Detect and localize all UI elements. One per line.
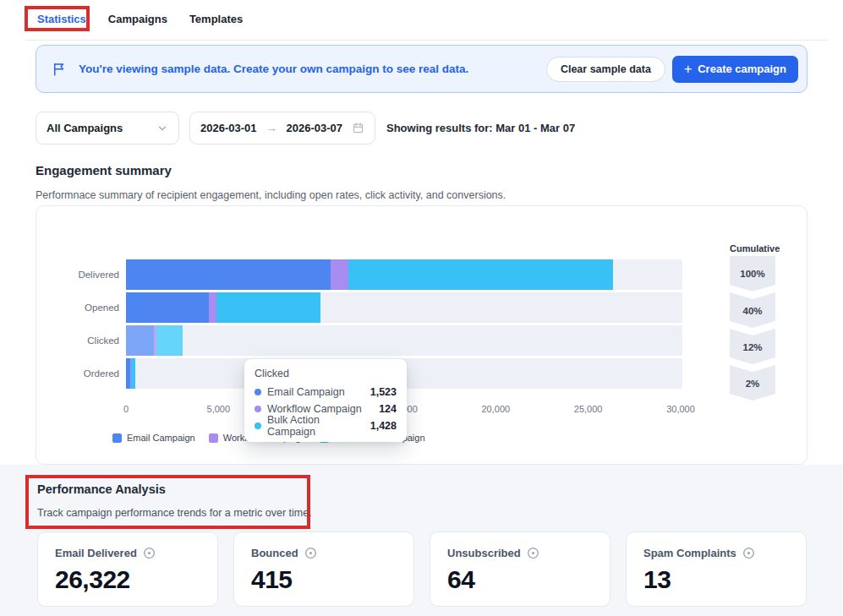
- chart-category-label: Delivered: [36, 259, 119, 290]
- tooltip-series-name: Bulk Action Campaign: [267, 414, 370, 438]
- info-icon[interactable]: [304, 547, 317, 559]
- tooltip-series-value: 1,523: [370, 386, 397, 398]
- chart-tooltip: Clicked Email Campaign1,523Workflow Camp…: [244, 359, 407, 442]
- plus-icon: +: [684, 63, 692, 76]
- date-end-value: 2026-03-07: [287, 122, 343, 134]
- metric-value: 64: [447, 565, 593, 594]
- performance-analysis-description: Track campaign performance trends for a …: [37, 507, 312, 519]
- bar-row-clicked[interactable]: [126, 325, 682, 356]
- filter-row: All Campaigns 2026-03-01 → 2026-03-07 Sh…: [36, 112, 575, 144]
- chart-category-label: Opened: [36, 292, 119, 323]
- series-dot-icon: [255, 389, 261, 395]
- tab-separator: [25, 40, 829, 41]
- calendar-icon[interactable]: [352, 122, 364, 134]
- metric-card-unsubscribed: Unsubscribed 64: [430, 532, 610, 607]
- tooltip-row: Bulk Action Campaign1,428: [255, 417, 397, 434]
- bar-segment[interactable]: [126, 292, 209, 323]
- bar-segment[interactable]: [216, 292, 320, 323]
- campaign-filter-select[interactable]: All Campaigns: [36, 112, 179, 144]
- tooltip-title: Clicked: [255, 368, 397, 379]
- performance-section: Performance Analysis Track campaign perf…: [0, 465, 843, 616]
- metric-card-email-delivered: Email Delivered 26,322: [37, 532, 218, 607]
- legend-swatch: [209, 433, 218, 443]
- tooltip-rows: Email Campaign1,523Workflow Campaign124B…: [255, 384, 397, 434]
- metric-value: 13: [643, 565, 789, 594]
- showing-results-text: Showing results for: Mar 01 - Mar 07: [386, 122, 575, 134]
- performance-analysis-title: Performance Analysis: [37, 482, 166, 496]
- metric-cards-row: Email Delivered 26,322 Bounced 415: [37, 532, 807, 607]
- engagement-chart-card: DeliveredOpenedClickedOrdered 05,00010,0…: [36, 205, 807, 465]
- series-dot-icon: [255, 406, 261, 412]
- tooltip-series-value: 124: [379, 403, 397, 415]
- chart-category-label: Ordered: [36, 358, 119, 389]
- bar-segment[interactable]: [131, 358, 136, 389]
- metric-card-bounced: Bounced 415: [233, 532, 414, 607]
- cumulative-badge: 40%: [730, 292, 775, 328]
- x-axis-tick: 25,000: [574, 404, 603, 414]
- cumulative-badge: 2%: [730, 365, 775, 401]
- info-icon[interactable]: [527, 547, 539, 559]
- arrow-right-icon: →: [266, 122, 277, 134]
- date-start-value: 2026-03-01: [200, 122, 257, 134]
- metric-value: 415: [251, 565, 397, 594]
- create-campaign-label: Create campaign: [698, 63, 786, 75]
- bar-segment[interactable]: [126, 325, 154, 356]
- cumulative-badge: 12%: [730, 329, 775, 364]
- metric-label: Unsubscribed: [447, 547, 521, 559]
- bar-segment[interactable]: [209, 292, 216, 323]
- tooltip-row: Email Campaign1,523: [255, 384, 397, 401]
- date-range-picker[interactable]: 2026-03-01 → 2026-03-07: [189, 112, 375, 144]
- engagement-summary-description: Performnace summary of recipient engagem…: [36, 189, 506, 201]
- x-axis-tick: 5,000: [207, 404, 231, 414]
- legend-label: Email Campaign: [127, 433, 195, 443]
- metric-label: Bounced: [251, 547, 298, 559]
- metric-label: Email Delivered: [55, 547, 137, 559]
- tab-campaigns[interactable]: Campaigns: [108, 11, 167, 28]
- tooltip-series-name: Workflow Campaign: [267, 403, 379, 415]
- banner-message: You're viewing sample data. Create your …: [79, 63, 468, 75]
- statistics-page: Statistics Campaigns Templates You're vi…: [0, 0, 843, 616]
- engagement-summary-title: Engagement summary: [36, 163, 172, 177]
- info-icon[interactable]: [143, 547, 156, 559]
- bar-segment[interactable]: [126, 259, 331, 290]
- tab-bar: Statistics Campaigns Templates: [37, 11, 243, 28]
- flag-icon: [52, 62, 67, 77]
- legend-item[interactable]: Email Campaign: [112, 433, 195, 443]
- cumulative-header: Cumulative: [730, 243, 775, 253]
- clear-sample-data-button[interactable]: Clear sample data: [546, 57, 665, 82]
- bar-segment[interactable]: [331, 259, 349, 290]
- bar-segment[interactable]: [156, 325, 183, 356]
- metric-label: Spam Complaints: [643, 547, 736, 559]
- bar-row-delivered[interactable]: [126, 259, 682, 290]
- tooltip-series-value: 1,428: [370, 420, 397, 432]
- x-axis-tick: 30,000: [666, 404, 695, 414]
- chart-category-label: Clicked: [36, 325, 119, 356]
- cumulative-funnel: 100%40%12%2%: [730, 256, 775, 401]
- create-campaign-button[interactable]: + Create campaign: [672, 56, 798, 83]
- x-axis-tick: 0: [123, 404, 129, 414]
- x-axis-tick: 20,000: [482, 404, 511, 414]
- sample-data-banner: You're viewing sample data. Create your …: [36, 45, 807, 93]
- legend-swatch: [112, 433, 122, 443]
- tooltip-series-name: Email Campaign: [267, 386, 370, 398]
- info-icon[interactable]: [742, 547, 755, 559]
- series-dot-icon: [255, 422, 261, 429]
- bar-segment[interactable]: [348, 259, 612, 290]
- cumulative-badge: 100%: [730, 256, 775, 292]
- bar-row-opened[interactable]: [126, 292, 682, 323]
- banner-actions: Clear sample data + Create campaign: [546, 56, 798, 83]
- campaign-filter-value: All Campaigns: [47, 122, 123, 134]
- metric-card-spam-complaints: Spam Complaints 13: [626, 532, 807, 607]
- tab-templates[interactable]: Templates: [189, 11, 243, 28]
- metric-value: 26,322: [55, 565, 200, 594]
- tab-statistics[interactable]: Statistics: [37, 11, 86, 28]
- chevron-down-icon: [156, 123, 168, 134]
